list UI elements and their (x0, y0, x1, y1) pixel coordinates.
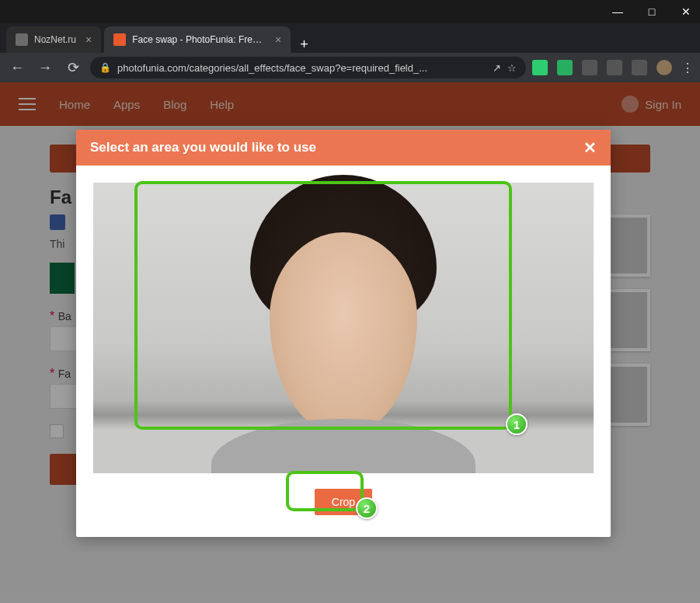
minimize-button[interactable]: — (610, 5, 625, 18)
close-tab-icon[interactable]: × (85, 33, 92, 46)
star-icon[interactable]: ☆ (507, 62, 517, 74)
photo-content (211, 419, 475, 473)
url-input[interactable]: 🔒 photofunia.com/categories/all_effects/… (90, 57, 526, 78)
lock-icon: 🔒 (99, 62, 111, 73)
favicon-icon (16, 33, 28, 46)
address-bar: ← → ⟳ 🔒 photofunia.com/categories/all_ef… (0, 53, 700, 82)
favicon-icon (113, 33, 126, 46)
puzzle-icon[interactable] (582, 60, 597, 75)
annotation-badge-1: 1 (506, 413, 528, 435)
page-content: Home Apps Blog Help Sign In Fa Thi * Ba … (0, 82, 700, 603)
close-modal-button[interactable]: ✕ (583, 138, 597, 157)
back-button[interactable]: ← (6, 60, 28, 76)
extension-icon[interactable] (632, 60, 647, 75)
modal-header: Select an area you would like to use ✕ (76, 130, 611, 166)
extensions: ⋮ (532, 60, 694, 75)
extension-icon[interactable] (532, 60, 548, 75)
tab-title: NozNet.ru (34, 34, 76, 45)
extension-icon[interactable] (557, 60, 573, 75)
window-controls: — □ ✕ (0, 0, 700, 23)
url-text: photofunia.com/categories/all_effects/fa… (117, 62, 486, 74)
kebab-menu-icon[interactable]: ⋮ (681, 61, 694, 75)
maximize-button[interactable]: □ (644, 5, 660, 18)
modal-body: Crop (76, 166, 611, 537)
close-tab-icon[interactable]: × (275, 33, 281, 46)
close-window-button[interactable]: ✕ (678, 5, 694, 18)
tabs-bar: NozNet.ru × Face swap - PhotoFunia: Free… (0, 23, 700, 53)
tab-photofunia[interactable]: Face swap - PhotoFunia: Free ph × (104, 26, 291, 53)
crop-modal: Select an area you would like to use ✕ C… (76, 130, 611, 537)
reload-button[interactable]: ⟳ (62, 59, 84, 76)
tab-noznet[interactable]: NozNet.ru × (6, 26, 101, 53)
annotation-badge-2: 2 (356, 497, 378, 519)
forward-button[interactable]: → (34, 60, 56, 76)
new-tab-button[interactable]: + (291, 37, 318, 53)
profile-avatar[interactable] (656, 60, 672, 75)
open-external-icon[interactable]: ↗ (493, 62, 501, 74)
modal-title: Select an area you would like to use (90, 140, 316, 155)
photo-content (270, 232, 417, 434)
extension-icon[interactable] (607, 60, 622, 75)
tab-title: Face swap - PhotoFunia: Free ph (132, 34, 266, 45)
